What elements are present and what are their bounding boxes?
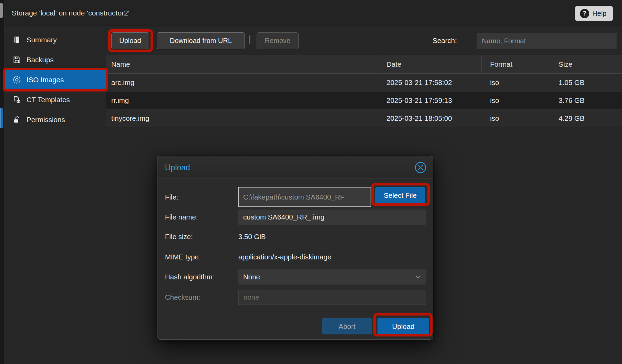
upload-dialog-footer: Abort Upload: [157, 312, 433, 339]
background-edge-strip: [0, 0, 5, 364]
background-selected-tree-item: [0, 108, 3, 128]
cell-size: 3.76 GB: [550, 92, 622, 109]
cell-name: arc.img: [106, 74, 378, 91]
abort-button[interactable]: Abort: [322, 318, 372, 334]
file-size-label: File size:: [165, 230, 193, 244]
table-header-row: Name Date Format Size: [106, 55, 622, 74]
hash-algorithm-label: Hash algorithm:: [165, 270, 215, 284]
table-row[interactable]: arc.img 2025-03-21 17:58:02 iso 1.05 GB: [106, 74, 622, 92]
cell-format: iso: [482, 92, 550, 109]
file-size-value: 3.50 GiB: [238, 230, 266, 244]
page-title: Storage 'local' on node 'constructor2': [12, 0, 129, 26]
download-from-url-button[interactable]: Download from URL: [157, 32, 245, 49]
sidebar-item-backups[interactable]: Backups: [5, 50, 106, 70]
file-label: File:: [165, 190, 178, 204]
cell-format: iso: [482, 109, 550, 127]
file-name-label: File name:: [165, 210, 198, 224]
sidebar-item-ct-templates[interactable]: CT Templates: [5, 90, 106, 110]
checksum-input[interactable]: [238, 290, 426, 305]
close-icon[interactable]: [414, 161, 427, 174]
chevron-down-icon: [414, 273, 422, 282]
background-edge-button: [0, 3, 3, 18]
toolbar: Upload Download from URL | Remove Search…: [106, 26, 622, 55]
upload-dialog: Upload File: Select File File name: File…: [157, 156, 433, 340]
mime-type-label: MIME type:: [165, 250, 201, 264]
unlock-icon: [12, 115, 21, 124]
iso-table: Name Date Format Size arc.img 2025-03-21…: [106, 55, 622, 127]
select-file-button[interactable]: Select File: [375, 187, 425, 204]
cell-date: 2025-03-21 17:58:02: [378, 74, 482, 91]
toolbar-separator: |: [249, 34, 251, 48]
template-file-icon: [12, 95, 21, 104]
sidebar-item-label: ISO Images: [27, 76, 64, 84]
help-button[interactable]: ? Help: [575, 6, 613, 21]
table-row[interactable]: tinycore.img 2025-03-21 18:05:00 iso 4.2…: [106, 109, 622, 127]
cell-date: 2025-03-21 17:59:13: [378, 92, 482, 109]
table-row[interactable]: rr.img 2025-03-21 17:59:13 iso 3.76 GB: [106, 92, 622, 109]
file-path-input[interactable]: [238, 187, 371, 207]
column-header-date[interactable]: Date: [378, 55, 482, 73]
cell-name: rr.img: [106, 92, 378, 109]
cell-size: 1.05 GB: [550, 74, 622, 91]
upload-dialog-header[interactable]: Upload: [157, 156, 433, 179]
book-icon: [12, 35, 21, 44]
titlebar: Storage 'local' on node 'constructor2' ?…: [5, 0, 622, 26]
column-header-size[interactable]: Size: [550, 55, 622, 73]
question-icon: ?: [580, 9, 589, 18]
column-header-format[interactable]: Format: [482, 55, 550, 73]
hash-algorithm-select[interactable]: None: [238, 269, 426, 285]
column-header-name[interactable]: Name: [106, 55, 378, 73]
sidebar-item-label: Permissions: [27, 116, 65, 124]
upload-dialog-title: Upload: [165, 156, 190, 179]
help-button-label: Help: [592, 10, 607, 18]
cell-format: iso: [482, 74, 550, 91]
mime-type-value: application/x-apple-diskimage: [238, 250, 331, 264]
proxmox-storage-window: Storage 'local' on node 'constructor2' ?…: [0, 0, 622, 364]
sidebar-item-label: Backups: [27, 56, 54, 64]
sidebar-item-permissions[interactable]: Permissions: [5, 110, 106, 130]
sidebar-item-label: CT Templates: [27, 96, 70, 104]
search-input[interactable]: [477, 33, 616, 49]
sidebar-item-iso-images[interactable]: ISO Images: [5, 70, 106, 90]
sidebar-item-summary[interactable]: Summary: [5, 30, 106, 50]
remove-button[interactable]: Remove: [257, 32, 299, 49]
cell-name: tinycore.img: [106, 109, 378, 127]
file-name-input[interactable]: [238, 210, 426, 225]
checksum-label: Checksum:: [165, 290, 200, 304]
cell-size: 4.29 GB: [550, 109, 622, 127]
upload-button[interactable]: Upload: [111, 32, 149, 49]
storage-sidebar: Summary Backups ISO Images: [5, 26, 106, 364]
disc-icon: [12, 75, 21, 84]
floppy-disk-icon: [12, 55, 21, 64]
dialog-upload-button[interactable]: Upload: [377, 318, 429, 335]
cell-date: 2025-03-21 18:05:00: [378, 109, 482, 127]
search-label: Search:: [433, 26, 457, 55]
sidebar-item-label: Summary: [27, 36, 57, 44]
hash-algorithm-value: None: [243, 273, 260, 281]
